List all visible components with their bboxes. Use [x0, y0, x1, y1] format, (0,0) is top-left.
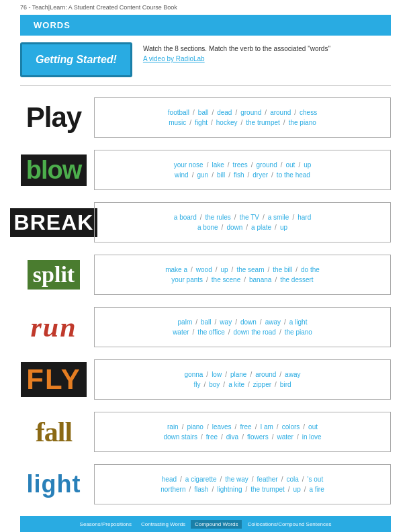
word-item: up — [280, 224, 287, 231]
words-line-run-1: water/the office/down the road/the piano — [103, 328, 382, 336]
word-separator: / — [207, 161, 209, 169]
word-separator: / — [240, 119, 242, 126]
word-item: colors — [282, 423, 300, 431]
word-item: up — [293, 486, 301, 493]
verb-sections-container: Playfootball/ball/dead/ground/around/che… — [0, 94, 411, 508]
word-item: free — [206, 433, 218, 441]
verb-section-fall: fallrain/piano/leaves/free/I am/colors/o… — [20, 408, 391, 455]
word-separator: / — [252, 476, 254, 483]
word-separator: / — [189, 119, 191, 126]
word-item: rain — [167, 423, 179, 431]
word-separator: / — [203, 381, 205, 388]
word-item: fly — [193, 381, 200, 388]
word-item: your pants — [171, 276, 203, 283]
bottom-nav-item-3[interactable]: Collocations/Compound Sentences — [243, 520, 335, 529]
intro-text: Watch the 8 sections. Match the verb to … — [143, 45, 330, 52]
word-separator: / — [193, 109, 195, 116]
word-separator: / — [212, 171, 214, 179]
bottom-nav-item-1[interactable]: Contrasting Words — [137, 520, 189, 529]
bottom-nav-item-2[interactable]: Compound Words — [191, 520, 242, 529]
word-item: fish — [234, 171, 244, 179]
word-item: out — [285, 161, 295, 169]
bottom-nav-item-0[interactable]: Seasons/Prepositions — [76, 520, 136, 529]
word-separator: / — [216, 266, 218, 273]
word-separator: / — [246, 224, 248, 231]
word-item: way — [220, 318, 232, 326]
word-separator: / — [277, 423, 279, 431]
words-line-light-1: northern/flash/lightning/the trumpet/up/… — [103, 486, 382, 493]
word-item: the TV — [240, 214, 259, 221]
word-item: the scene — [212, 276, 240, 283]
words-line-split-1: your pants/the scene/banana/the dessert — [103, 276, 382, 283]
word-separator: / — [234, 214, 236, 221]
verb-section-blow: blowyour nose/lake/trees/ground/out/upwi… — [20, 146, 391, 193]
word-item: down — [240, 318, 257, 326]
word-item: zipper — [253, 381, 271, 388]
word-separator: / — [232, 266, 234, 273]
word-separator: / — [225, 371, 227, 378]
word-item: the way — [225, 476, 248, 483]
word-item: plane — [230, 371, 246, 378]
word-separator: / — [284, 318, 286, 326]
word-separator: / — [215, 318, 217, 326]
word-separator: / — [212, 109, 214, 116]
verb-section-break: BREAKa board/the rules/the TV/a smile/ha… — [20, 199, 391, 246]
word-separator: / — [182, 423, 184, 431]
words-line-break-0: a board/the rules/the TV/a smile/hard — [103, 214, 382, 221]
word-item: water — [173, 328, 189, 336]
video-link[interactable]: A video by RadioLab — [143, 55, 330, 62]
word-separator: / — [279, 371, 281, 378]
word-separator: / — [228, 161, 230, 169]
words-line-fall-1: down stairs/free/diva/flowers/water/in l… — [103, 433, 382, 441]
word-item: a bone — [197, 224, 218, 231]
word-separator: / — [295, 266, 298, 273]
word-item: the office — [197, 328, 224, 336]
verb-section-split: splitmake a/wood/up/the seam/the bill/do… — [20, 251, 391, 298]
word-item: wind — [175, 171, 189, 179]
word-item: football — [168, 109, 189, 116]
word-separator: / — [279, 328, 281, 336]
words-line-break-1: a bone/down/a plate/up — [103, 224, 382, 231]
word-item: bird — [280, 381, 291, 388]
word-separator: / — [275, 224, 277, 231]
word-separator: / — [297, 433, 299, 441]
word-separator: / — [212, 486, 214, 493]
words-line-fall-0: rain/piano/leaves/free/I am/colors/out — [103, 423, 382, 431]
word-separator: / — [302, 476, 304, 483]
word-separator: / — [260, 318, 262, 326]
word-item: I am — [260, 423, 273, 431]
word-item: the seam — [236, 266, 264, 273]
words-box-fly: gonna/low/plane/around/awayfly/boy/a kit… — [94, 359, 391, 400]
word-separator: / — [288, 486, 290, 493]
section-divider — [20, 85, 391, 86]
word-item: low — [212, 371, 222, 378]
word-item: up — [220, 266, 228, 273]
word-item: ball — [198, 109, 209, 116]
word-item: lake — [212, 161, 224, 169]
word-separator: / — [235, 318, 237, 326]
word-separator: / — [222, 224, 224, 231]
word-item: flash — [194, 486, 208, 493]
word-separator: / — [223, 381, 225, 388]
word-item: in love — [302, 433, 322, 441]
word-item: water — [277, 433, 293, 441]
word-separator: / — [242, 433, 244, 441]
word-separator: / — [268, 266, 270, 273]
getting-started-button[interactable]: Getting Started! — [20, 42, 132, 77]
verb-label-split: split — [20, 260, 87, 290]
word-item: do the — [301, 266, 320, 273]
word-item: a board — [174, 214, 197, 221]
words-line-fly-0: gonna/low/plane/around/away — [103, 371, 382, 378]
words-line-light-0: head/a cigarette/the way/feather/cola/'s… — [103, 476, 382, 483]
word-item: around — [255, 371, 276, 378]
word-item: to the head — [277, 171, 310, 179]
word-item: dryer — [253, 171, 268, 179]
word-item: chess — [300, 109, 317, 116]
verb-section-play: Playfootball/ball/dead/ground/around/che… — [20, 94, 391, 141]
word-item: away — [265, 318, 281, 326]
word-separator: / — [228, 328, 230, 336]
word-item: banana — [249, 276, 271, 283]
word-item: leaves — [212, 423, 232, 431]
word-item: the trumpet — [250, 486, 285, 493]
word-item: up — [304, 161, 311, 169]
